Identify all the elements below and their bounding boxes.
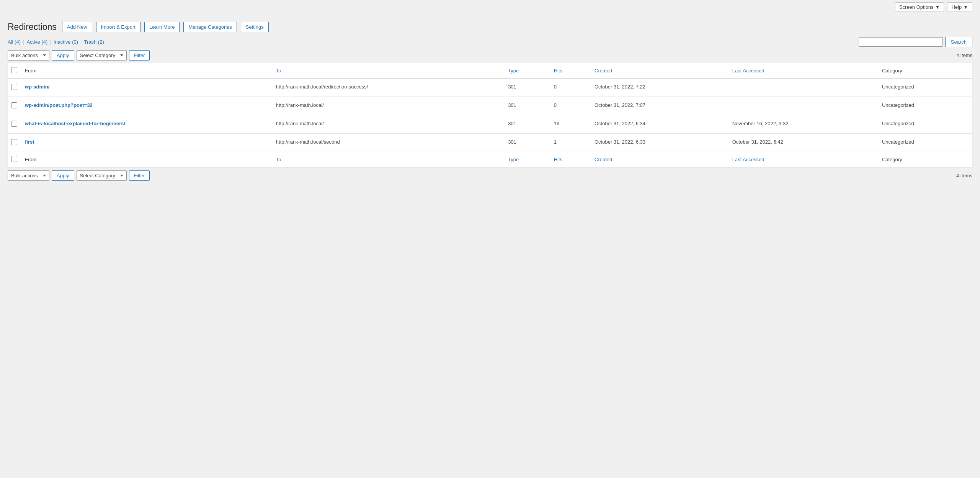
from-link[interactable]: wp-admin/ (25, 84, 49, 90)
manage-categories-button[interactable]: Manage Categories (183, 22, 237, 32)
row-checkbox-cell (8, 97, 20, 115)
row-checkbox[interactable] (11, 139, 17, 145)
row-type: 301 (503, 134, 549, 152)
row-checkbox[interactable] (11, 84, 17, 90)
row-from: first (20, 134, 271, 152)
row-to: http://rank-math.local/second (271, 134, 503, 152)
filter-bar: All (4) | Active (4) | Inactive (0) | Tr… (8, 37, 972, 47)
col-type-footer[interactable]: Type (503, 152, 549, 167)
filter-button-bottom[interactable]: Filter (129, 170, 150, 181)
bottom-actions-bar: Bulk actions Apply Select Category Filte… (8, 170, 972, 181)
row-hits: 0 (549, 79, 590, 97)
apply-button-top[interactable]: Apply (52, 50, 74, 61)
row-checkbox[interactable] (11, 102, 17, 108)
row-hits: 16 (549, 115, 590, 134)
col-type-header[interactable]: Type (503, 63, 549, 79)
bulk-actions-select-top[interactable]: Bulk actions (8, 50, 49, 61)
table-header-row: From To Type Hits Created Last (8, 63, 972, 79)
row-checkbox-cell (8, 79, 20, 97)
apply-button-bottom[interactable]: Apply (52, 170, 74, 181)
row-category: Uncategorized (877, 115, 972, 134)
search-box: Search (859, 37, 972, 47)
row-checkbox-cell (8, 115, 20, 134)
row-from: what-is-localhost-explained-for-beginner… (20, 115, 271, 134)
from-link[interactable]: what-is-localhost-explained-for-beginner… (25, 121, 125, 126)
settings-button[interactable]: Settings (241, 22, 269, 32)
row-hits: 0 (549, 97, 590, 115)
filter-button-top[interactable]: Filter (129, 50, 150, 61)
col-to-header[interactable]: To (271, 63, 503, 79)
row-last-accessed (728, 97, 877, 115)
row-last-accessed: October 31, 2022, 6:42 (728, 134, 877, 152)
table-row: what-is-localhost-explained-for-beginner… (8, 115, 972, 134)
bottom-left: Bulk actions Apply Select Category Filte… (8, 170, 150, 181)
search-input[interactable] (859, 37, 943, 47)
col-created-footer[interactable]: Created (590, 152, 728, 167)
col-last-accessed-footer[interactable]: Last Accessed (728, 152, 877, 167)
col-category-footer: Category (877, 152, 972, 167)
select-category-top[interactable]: Select Category (77, 50, 127, 61)
filter-trash[interactable]: Trash (2) (84, 39, 104, 45)
row-from: wp-admin/ (20, 79, 271, 97)
table-row: wp-admin/post.php?post=32 http://rank-ma… (8, 97, 972, 115)
page-header: Redirections Add New Import & Export Lea… (8, 22, 972, 32)
col-hits-footer[interactable]: Hits (549, 152, 590, 167)
select-all-checkbox[interactable] (11, 67, 17, 73)
row-type: 301 (503, 79, 549, 97)
row-created: October 31, 2022, 7:22 (590, 79, 728, 97)
table-footer-row: From To Type Hits Created Last (8, 152, 972, 167)
screen-options-label: Screen Options (899, 4, 934, 10)
chevron-down-icon: ▼ (935, 4, 940, 10)
select-all-footer (8, 152, 20, 167)
items-count-bottom: 4 items (956, 173, 972, 178)
search-button[interactable]: Search (945, 37, 972, 47)
row-category: Uncategorized (877, 79, 972, 97)
main-content: Redirections Add New Import & Export Lea… (0, 14, 980, 188)
from-link[interactable]: wp-admin/post.php?post=32 (25, 102, 93, 108)
learn-more-button[interactable]: Learn More (144, 22, 180, 32)
col-hits-header[interactable]: Hits (549, 63, 590, 79)
add-new-button[interactable]: Add New (62, 22, 92, 32)
row-to: http://rank-math.local/ (271, 115, 503, 134)
select-all-header (8, 63, 20, 79)
col-last-accessed-header[interactable]: Last Accessed (728, 63, 877, 79)
filter-inactive[interactable]: Inactive (0) (54, 39, 78, 45)
bulk-actions-select-bottom[interactable]: Bulk actions (8, 170, 49, 181)
table-row: wp-admin/ http://rank-math.local/redirec… (8, 79, 972, 97)
col-from-footer: From (20, 152, 271, 167)
row-checkbox[interactable] (11, 121, 17, 127)
row-category: Uncategorized (877, 97, 972, 115)
redirections-table-wrap: From To Type Hits Created Last (8, 63, 972, 167)
col-to-footer[interactable]: To (271, 152, 503, 167)
row-created: October 31, 2022, 7:07 (590, 97, 728, 115)
row-type: 301 (503, 115, 549, 134)
row-to: http://rank-math.local/ (271, 97, 503, 115)
row-created: October 31, 2022, 6:33 (590, 134, 728, 152)
chevron-down-icon: ▼ (963, 4, 968, 10)
from-link[interactable]: first (25, 139, 34, 145)
filter-active[interactable]: Active (4) (26, 39, 47, 45)
row-to: http://rank-math.local/redirection-succe… (271, 79, 503, 97)
col-from-header: From (20, 63, 271, 79)
help-button[interactable]: Help ▼ (947, 2, 972, 12)
select-all-checkbox-footer[interactable] (11, 156, 17, 162)
top-actions-bar: Bulk actions Apply Select Category Filte… (8, 50, 972, 61)
row-type: 301 (503, 97, 549, 115)
import-export-button[interactable]: Import & Export (96, 22, 140, 32)
screen-options-button[interactable]: Screen Options ▼ (895, 2, 944, 12)
row-from: wp-admin/post.php?post=32 (20, 97, 271, 115)
filter-all[interactable]: All (4) (8, 39, 21, 45)
row-created: October 31, 2022, 6:34 (590, 115, 728, 134)
redirections-table: From To Type Hits Created Last (8, 63, 972, 167)
top-bar: Screen Options ▼ Help ▼ (0, 0, 980, 14)
col-created-header[interactable]: Created (590, 63, 728, 79)
select-category-bottom[interactable]: Select Category (77, 170, 127, 181)
row-hits: 1 (549, 134, 590, 152)
col-category-header: Category (877, 63, 972, 79)
row-category: Uncategorized (877, 134, 972, 152)
row-last-accessed (728, 79, 877, 97)
row-checkbox-cell (8, 134, 20, 152)
page-title: Redirections (8, 22, 57, 32)
items-count-top: 4 items (956, 52, 972, 58)
row-last-accessed: November 16, 2022, 3:32 (728, 115, 877, 134)
